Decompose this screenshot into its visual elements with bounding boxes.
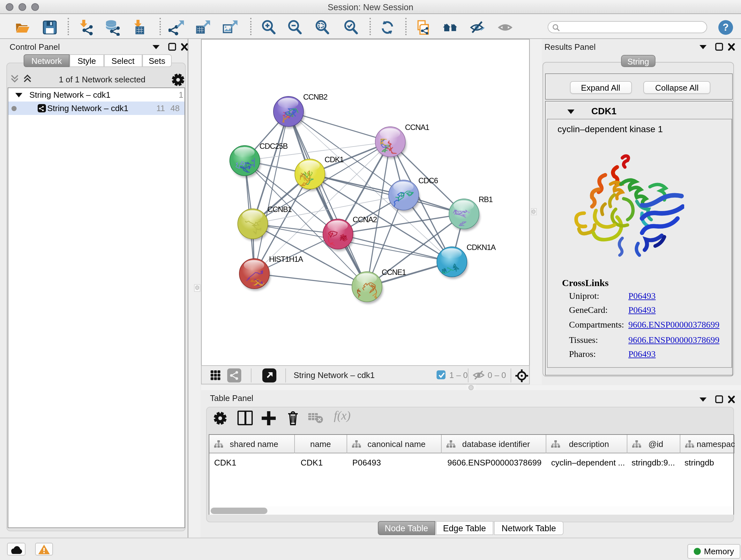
svg-text:CCNA2: CCNA2: [352, 215, 377, 224]
svg-text:CDKN1A: CDKN1A: [466, 243, 495, 252]
svg-text:CCNB1: CCNB1: [267, 205, 292, 213]
svg-text:CCNB2: CCNB2: [303, 92, 327, 101]
svg-text:CCNE1: CCNE1: [381, 268, 406, 276]
svg-text:HIST1H1A: HIST1H1A: [269, 255, 303, 263]
svg-text:CCNA1: CCNA1: [405, 123, 429, 132]
svg-text:CDC6: CDC6: [418, 176, 438, 185]
svg-text:CDC25B: CDC25B: [259, 142, 287, 150]
svg-text:RB1: RB1: [478, 195, 492, 204]
svg-text:?: ?: [723, 22, 729, 33]
svg-text:CDK1: CDK1: [324, 155, 343, 164]
